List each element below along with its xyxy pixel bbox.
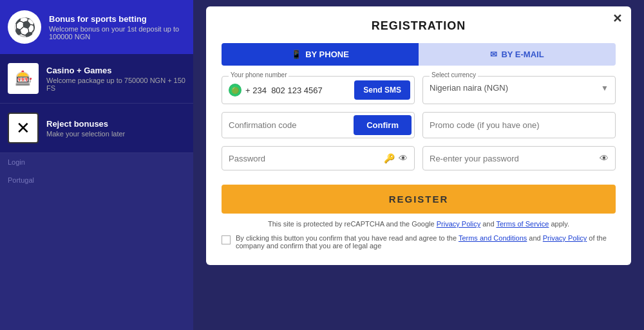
confirmation-field-group: Confirm — [222, 112, 415, 138]
register-button[interactable]: REGISTER — [222, 185, 616, 214]
tos-checkbox[interactable] — [222, 235, 231, 244]
tos-link2[interactable]: Terms and Conditions — [459, 234, 527, 242]
sidebar-reject-title: Reject bonuses — [46, 119, 125, 129]
modal-title: REGISTRATION — [222, 19, 616, 33]
sidebar-bonus-desc: Welcome bonus on your 1st deposit up to … — [49, 25, 185, 41]
reenter-field: 👁 — [423, 147, 615, 170]
privacy-policy-link[interactable]: Privacy Policy — [437, 220, 480, 228]
recaptcha-apply: apply. — [551, 220, 569, 228]
promo-code-input[interactable] — [430, 120, 609, 130]
key-icon: 🔑 — [384, 153, 395, 163]
phone-field-label: Your phone number — [229, 71, 289, 78]
sidebar-login-label: Login — [8, 158, 25, 166]
privacy-link2[interactable]: Privacy Policy — [543, 234, 587, 242]
reenter-field-group: 👁 — [422, 146, 616, 170]
chevron-down-icon: ▼ — [601, 84, 609, 93]
recaptcha-prefix: This site is protected by reCAPTCHA and … — [268, 220, 435, 228]
confirmation-field: Confirm — [222, 113, 414, 138]
sidebar-bonus-title: Bonus for sports betting — [49, 14, 185, 24]
sidebar-bottom: Login Portugal — [0, 153, 193, 330]
currency-select[interactable]: Nigerian naira (NGN) — [430, 83, 601, 93]
confirm-button[interactable]: Confirm — [354, 115, 412, 135]
reject-icon: ✕ — [8, 113, 39, 143]
recaptcha-text: This site is protected by reCAPTCHA and … — [222, 220, 616, 228]
recaptcha-and: and — [482, 220, 494, 228]
sidebar-bonus-item[interactable]: ⚽ Bonus for sports betting Welcome bonus… — [0, 0, 193, 54]
tab-by-phone[interactable]: 📱 BY PHONE — [222, 43, 419, 66]
phone-tab-icon: 📱 — [291, 50, 301, 59]
password-field: 🔑 👁 — [222, 147, 414, 170]
currency-field: Nigerian naira (NGN) ▼ — [423, 77, 615, 99]
sidebar-bonus-text: Bonus for sports betting Welcome bonus o… — [49, 14, 185, 41]
promo-field-group — [422, 112, 616, 138]
modal-close-button[interactable]: ✕ — [612, 13, 622, 24]
phone-currency-row: Your phone number 🟢 + 234 802 123 4567 S… — [222, 76, 616, 104]
tab-by-email[interactable]: ✉ BY E-MAIL — [419, 43, 616, 66]
checkbox-text: By clicking this button you confirm that… — [236, 234, 616, 250]
currency-field-label: Select currency — [430, 71, 478, 78]
email-tab-icon: ✉ — [490, 50, 497, 59]
phone-tab-label: BY PHONE — [305, 50, 349, 59]
sidebar-casino-title: Casino + Games — [46, 66, 185, 75]
confirmation-code-input[interactable] — [222, 114, 351, 136]
checkbox-prefix: By clicking this button you confirm that… — [236, 234, 457, 242]
reenter-icons: 👁 — [600, 153, 609, 163]
eye-icon[interactable]: 👁 — [399, 153, 408, 163]
tos-checkbox-row: By clicking this button you confirm that… — [222, 234, 616, 250]
password-icons: 🔑 👁 — [384, 153, 408, 163]
sidebar-reject-text: Reject bonuses Make your selection later — [46, 119, 125, 138]
promo-field — [423, 113, 615, 137]
password-field-group: 🔑 👁 — [222, 146, 415, 170]
sidebar-reject-desc: Make your selection later — [46, 130, 125, 138]
sidebar-portugal-label: Portugal — [8, 176, 34, 184]
casino-icon: 🎰 — [8, 63, 39, 94]
reenter-password-input[interactable] — [430, 154, 600, 163]
email-tab-label: BY E-MAIL — [501, 50, 544, 59]
soccer-ball-icon: ⚽ — [8, 10, 41, 44]
phone-field-group: Your phone number 🟢 + 234 802 123 4567 S… — [222, 76, 415, 104]
registration-tabs: 📱 BY PHONE ✉ BY E-MAIL — [222, 43, 616, 66]
currency-field-group: Select currency Nigerian naira (NGN) ▼ — [422, 76, 616, 104]
phone-prefix: + 234 802 123 4567 — [245, 86, 354, 95]
confirmation-promo-row: Confirm — [222, 112, 616, 138]
sidebar-casino-item[interactable]: 🎰 Casino + Games Welcome package up to 7… — [0, 54, 193, 104]
sidebar-casino-text: Casino + Games Welcome package up to 750… — [46, 66, 185, 92]
sidebar-reject-item[interactable]: ✕ Reject bonuses Make your selection lat… — [0, 104, 193, 153]
phone-prefix-text: + 234 — [245, 86, 267, 95]
phone-field: 🟢 + 234 802 123 4567 Send SMS — [222, 77, 414, 104]
tos-link[interactable]: Terms of Service — [496, 220, 549, 228]
eye-slash-icon[interactable]: 👁 — [600, 153, 609, 163]
sidebar: ⚽ Bonus for sports betting Welcome bonus… — [0, 0, 193, 330]
checkbox-and: and — [529, 234, 540, 242]
phone-number-text: 802 123 4567 — [271, 86, 323, 95]
modal-overlay: ✕ REGISTRATION 📱 BY PHONE ✉ BY E-MAIL Yo… — [193, 0, 644, 330]
sidebar-casino-desc: Welcome package up to 750000 NGN + 150 F… — [46, 77, 185, 92]
send-sms-button[interactable]: Send SMS — [354, 80, 410, 100]
password-input[interactable] — [229, 154, 384, 163]
phone-flag-icon: 🟢 — [229, 84, 242, 96]
registration-modal: ✕ REGISTRATION 📱 BY PHONE ✉ BY E-MAIL Yo… — [206, 6, 631, 265]
password-row: 🔑 👁 👁 — [222, 146, 616, 170]
